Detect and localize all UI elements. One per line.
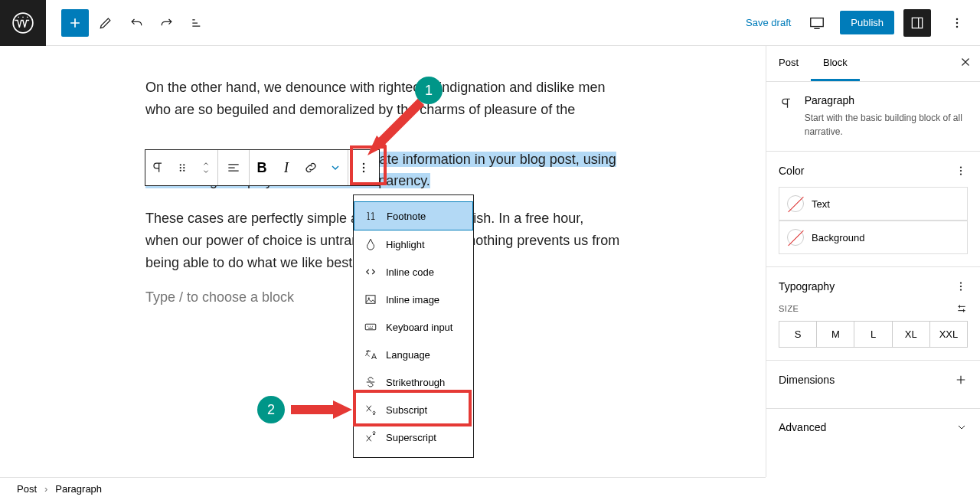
color-label: Text <box>812 198 830 210</box>
chevron-down-icon <box>201 168 211 175</box>
text-color-button[interactable]: Text <box>779 187 968 221</box>
language-icon <box>363 347 378 362</box>
dropdown-item-superscript[interactable]: Superscript <box>354 423 473 451</box>
dropdown-item-footnote[interactable]: Footnote <box>354 201 473 230</box>
svg-point-7 <box>183 164 185 165</box>
dropdown-label: Strikethrough <box>386 377 445 388</box>
dropdown-item-highlight[interactable]: Highlight <box>354 230 473 258</box>
drag-button[interactable] <box>170 150 194 185</box>
footnote-icon <box>364 208 379 224</box>
panel-icon <box>910 15 925 31</box>
background-color-button[interactable]: Background <box>779 221 968 254</box>
save-draft-button[interactable]: Save draft <box>746 17 791 28</box>
dropdown-item-keyboard[interactable]: Keyboard input <box>354 313 473 341</box>
bold-icon: B <box>257 160 267 176</box>
tab-block[interactable]: Block <box>811 46 860 81</box>
strikethrough-icon <box>363 374 378 390</box>
dropdown-label: Subscript <box>386 404 427 416</box>
svg-point-13 <box>363 167 365 169</box>
redo-icon <box>159 15 175 31</box>
svg-point-19 <box>960 170 962 172</box>
typography-heading: Typography <box>779 280 835 292</box>
dropdown-label: Superscript <box>386 432 436 443</box>
breadcrumb-sep: › <box>44 483 47 495</box>
pencil-icon <box>98 15 113 31</box>
editor-area: On the other hand, we denounce with righ… <box>0 46 766 477</box>
svg-point-20 <box>960 173 962 175</box>
dropdown-item-inline-image[interactable]: Inline image <box>354 286 473 313</box>
top-left <box>0 0 211 45</box>
add-block-button[interactable] <box>61 9 89 37</box>
desktop-icon <box>808 15 825 31</box>
plus-icon <box>67 15 83 31</box>
paragraph-icon <box>779 94 794 113</box>
redo-button[interactable] <box>153 9 181 37</box>
settings-panel-button[interactable] <box>903 9 931 37</box>
block-desc: Start with the basic building block of a… <box>805 111 968 139</box>
color-swatch <box>787 229 804 246</box>
italic-button[interactable]: I <box>274 150 299 185</box>
size-xxl[interactable]: XXL <box>930 322 967 347</box>
dropdown-label: Language <box>386 349 430 361</box>
dropdown-item-language[interactable]: Language <box>354 341 473 368</box>
dimensions-panel[interactable]: Dimensions <box>766 360 980 408</box>
options-button[interactable] <box>943 9 971 37</box>
dropdown-item-subscript[interactable]: Subscript <box>354 396 473 423</box>
breadcrumb-post[interactable]: Post <box>17 483 37 495</box>
more-formatting-button[interactable] <box>323 150 348 185</box>
outline-button[interactable] <box>184 9 211 37</box>
subscript-icon <box>363 402 378 417</box>
preview-button[interactable] <box>803 9 831 37</box>
drag-icon <box>175 161 189 175</box>
svg-rect-17 <box>365 324 376 330</box>
wp-logo[interactable] <box>0 0 46 46</box>
close-sidebar-button[interactable] <box>959 55 972 72</box>
callout-2: 2 <box>257 396 285 423</box>
more-vertical-icon <box>356 160 371 175</box>
svg-point-22 <box>960 286 962 287</box>
top-right: Save draft Publish <box>746 9 980 37</box>
block-info: Paragraph Start with the basic building … <box>766 82 980 151</box>
move-arrows[interactable] <box>194 150 217 185</box>
sidebar: Post Block Paragraph Start with the basi… <box>766 46 980 477</box>
more-vertical-icon[interactable] <box>954 279 968 293</box>
paragraph-icon <box>150 160 165 175</box>
advanced-panel[interactable]: Advanced <box>766 408 980 455</box>
more-vertical-icon <box>949 15 965 31</box>
breadcrumb: Post › Paragraph <box>0 477 766 500</box>
link-button[interactable] <box>299 150 323 185</box>
close-icon <box>959 55 972 69</box>
wordpress-icon <box>12 12 34 34</box>
svg-point-5 <box>956 25 959 28</box>
breadcrumb-paragraph[interactable]: Paragraph <box>55 483 102 495</box>
svg-rect-15 <box>366 296 375 304</box>
color-heading: Color <box>779 165 804 177</box>
dropdown-item-inline-code[interactable]: Inline code <box>354 258 473 286</box>
color-swatch <box>787 195 804 212</box>
dropdown-item-strikethrough[interactable]: Strikethrough <box>354 368 473 396</box>
color-panel: Color Text Background <box>766 151 980 266</box>
dropdown-label: Footnote <box>387 211 426 222</box>
svg-point-14 <box>363 171 365 173</box>
chevron-up-icon <box>201 160 211 168</box>
publish-button[interactable]: Publish <box>840 11 894 34</box>
svg-point-12 <box>363 163 365 165</box>
edit-button[interactable] <box>92 9 119 37</box>
bold-button[interactable]: B <box>250 150 274 185</box>
arrow-2 <box>287 398 356 421</box>
more-vertical-icon[interactable] <box>954 164 968 178</box>
svg-point-21 <box>960 282 962 283</box>
advanced-heading: Advanced <box>779 421 826 433</box>
size-xl[interactable]: XL <box>893 322 930 347</box>
tab-post[interactable]: Post <box>766 46 811 81</box>
align-left-icon <box>226 160 241 175</box>
undo-button[interactable] <box>122 9 150 37</box>
main: On the other hand, we denounce with righ… <box>0 46 980 477</box>
callout-1: 1 <box>415 77 443 104</box>
size-m[interactable]: M <box>817 322 854 347</box>
size-s[interactable]: S <box>779 322 817 347</box>
block-type-button[interactable] <box>145 150 170 185</box>
align-button[interactable] <box>218 150 249 185</box>
size-l[interactable]: L <box>854 322 892 347</box>
settings-icon[interactable] <box>956 302 968 315</box>
